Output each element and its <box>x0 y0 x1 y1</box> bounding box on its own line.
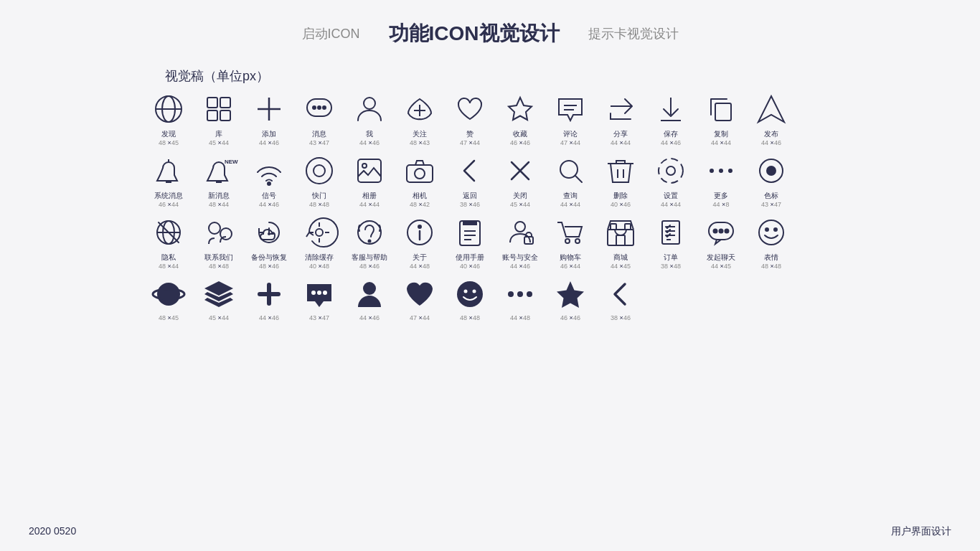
signal-icon <box>252 154 286 188</box>
svg-point-12 <box>323 106 326 109</box>
icon-cell-solid-person: 44 ×46 <box>344 277 395 321</box>
order-label: 订单 <box>664 253 678 263</box>
delete-size: 40 ×46 <box>611 201 631 208</box>
icon-cell-settings: 设置 44 ×44 <box>646 154 696 208</box>
svg-rect-77 <box>625 224 631 230</box>
svg-point-100 <box>323 291 327 295</box>
svg-rect-5 <box>207 110 217 121</box>
nav-function-icon[interactable]: 功能ICON视觉设计 <box>389 20 560 47</box>
me-icon <box>352 92 387 126</box>
icon-cell-solid-dots: 44 ×48 <box>495 277 545 321</box>
collect-size: 46 ×46 <box>510 139 530 146</box>
discover-icon <box>151 92 186 126</box>
like-icon <box>453 92 487 126</box>
svg-point-43 <box>659 159 683 183</box>
share-label: 分享 <box>613 129 628 139</box>
save-label: 保存 <box>664 129 678 139</box>
svg-point-87 <box>725 230 729 233</box>
icon-cell-solid-star: 46 ×46 <box>545 277 595 321</box>
svg-point-44 <box>710 169 714 173</box>
solid-planet-size: 48 ×45 <box>159 314 179 321</box>
icon-cell-solid-back: 38 ×46 <box>595 277 646 321</box>
svg-point-55 <box>268 233 270 235</box>
svg-point-32 <box>362 164 367 168</box>
svg-point-105 <box>508 291 514 297</box>
icon-cell-more: 更多 44 ×8 <box>696 154 746 208</box>
icon-row-3: 隐私 48 ×44 联系我们 48 ×48 <box>0 215 980 270</box>
svg-point-30 <box>314 165 325 176</box>
icon-cell-camera: 相机 48 ×42 <box>395 154 445 208</box>
delete-label: 删除 <box>613 191 628 201</box>
svg-point-34 <box>415 169 425 179</box>
svg-point-103 <box>464 290 468 293</box>
back-size: 38 ×46 <box>460 201 480 208</box>
cart-icon <box>553 215 588 250</box>
svg-point-89 <box>765 228 768 231</box>
clear-label: 清除缓存 <box>305 253 334 263</box>
svg-point-104 <box>473 290 476 293</box>
icon-cell-follow: 关注 48 ×43 <box>395 92 445 146</box>
copy-icon <box>704 92 738 126</box>
svg-point-88 <box>759 220 783 245</box>
security-label: 账号与安全 <box>502 253 538 263</box>
support-icon <box>352 215 387 250</box>
icon-cell-new-msg: NEW 新消息 48 ×44 <box>194 154 244 208</box>
icon-cell-discover: 发现 48 ×45 <box>143 92 194 146</box>
icon-cell-shutter: 快门 48 ×48 <box>294 154 344 208</box>
icon-cell-share: 分享 44 ×44 <box>595 92 646 146</box>
privacy-label: 隐私 <box>161 253 176 263</box>
settings-icon <box>654 154 688 188</box>
clear-size: 40 ×48 <box>309 263 329 270</box>
manual-icon <box>453 215 487 250</box>
svg-point-91 <box>157 283 180 306</box>
privacy-size: 48 ×44 <box>159 263 179 270</box>
svg-rect-67 <box>463 221 477 225</box>
svg-point-107 <box>527 291 532 297</box>
close-label: 关闭 <box>513 191 527 201</box>
svg-rect-31 <box>358 159 381 182</box>
new-msg-size: 48 ×44 <box>209 201 229 208</box>
delete-icon <box>603 154 638 188</box>
svg-rect-76 <box>616 235 625 245</box>
color-label: 色标 <box>764 191 778 201</box>
copy-size: 44 ×44 <box>711 139 731 146</box>
contact-label: 联系我们 <box>204 253 233 263</box>
icon-cell-back: 返回 38 ×46 <box>445 154 495 208</box>
shop-size: 44 ×45 <box>611 263 631 270</box>
search-icon <box>553 154 588 188</box>
about-icon <box>402 215 437 250</box>
svg-point-56 <box>316 229 323 236</box>
svg-rect-75 <box>608 230 633 245</box>
icon-cell-emoji: 表情 48 ×48 <box>746 215 796 270</box>
clear-icon <box>302 215 336 250</box>
more-size: 44 ×8 <box>713 201 730 208</box>
solid-plus-size: 44 ×46 <box>259 314 279 321</box>
svg-point-85 <box>714 230 717 233</box>
solid-bubble-icon <box>302 277 336 311</box>
icon-cell-save: 保存 44 ×46 <box>646 92 696 146</box>
icon-cell-solid-bubble: 43 ×47 <box>294 277 344 321</box>
solid-back-icon <box>603 277 638 311</box>
like-label: 赞 <box>466 129 473 139</box>
like-size: 47 ×44 <box>460 139 480 146</box>
emoji-size: 48 ×48 <box>761 263 781 270</box>
support-label: 客服与帮助 <box>352 253 387 263</box>
svg-rect-4 <box>220 98 230 108</box>
new-msg-icon: NEW <box>202 154 236 188</box>
shop-icon <box>603 215 638 250</box>
svg-point-86 <box>720 230 723 233</box>
save-icon <box>654 92 688 126</box>
camera-label: 相机 <box>413 191 427 201</box>
svg-text:NEW: NEW <box>225 159 238 165</box>
shutter-label: 快门 <box>312 191 326 201</box>
svg-point-29 <box>306 158 332 184</box>
icon-cell-privacy: 隐私 48 ×44 <box>143 215 194 270</box>
backup-icon <box>252 215 286 250</box>
nav-startup-icon[interactable]: 启动ICON <box>302 25 360 42</box>
solid-planet-icon <box>151 277 186 311</box>
nav-card-design[interactable]: 提示卡视觉设计 <box>588 25 679 42</box>
settings-size: 44 ×44 <box>661 201 681 208</box>
icon-cell-about: 关于 44 ×48 <box>395 215 445 270</box>
svg-rect-78 <box>611 224 616 230</box>
svg-point-73 <box>565 239 570 243</box>
